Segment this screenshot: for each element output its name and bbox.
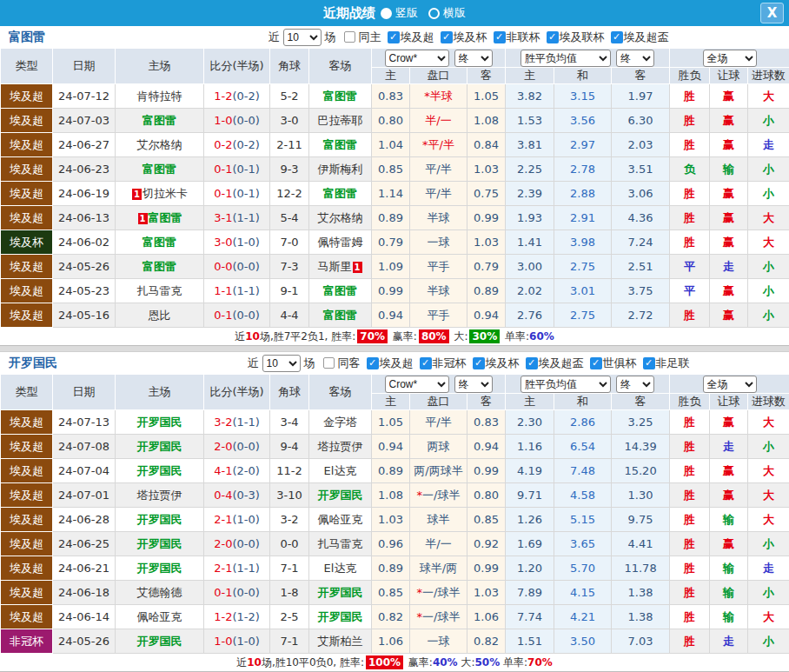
- final-select-2[interactable]: 终: [616, 50, 654, 67]
- section-summary: 近10场,胜7平2负1, 胜率:70% 赢率:80% 大:30% 单率:60%: [0, 328, 789, 345]
- league-checkbox-1[interactable]: ✓: [441, 31, 453, 43]
- sub-header-7: 让球: [710, 394, 748, 410]
- avg-draw-odds-cell: 3.56: [554, 109, 612, 133]
- away-team-cell: 伊斯梅利: [309, 157, 372, 182]
- red-card-badge: 1: [353, 262, 362, 273]
- avg-away-odds-cell: 4.41: [612, 532, 670, 556]
- final-select-1[interactable]: 终: [454, 376, 493, 393]
- avg-home-odds-cell: 2.76: [506, 303, 554, 328]
- goals-result-cell: 大: [748, 459, 789, 483]
- avg-away-odds-cell: 2.03: [612, 133, 670, 157]
- bookmaker-select[interactable]: Crow*: [385, 376, 449, 393]
- away-team-cell: 富图雷: [309, 84, 372, 109]
- home-team-cell: 扎马雷克: [116, 279, 204, 303]
- league-checkbox-0[interactable]: ✓: [367, 357, 379, 369]
- goals-result-cell: 大: [748, 410, 789, 435]
- handicap-cell: *平/半: [410, 133, 467, 157]
- match-date-cell: 24-07-13: [53, 410, 116, 435]
- home-team-name: 艾尔格纳: [137, 138, 182, 151]
- league-checkbox-1[interactable]: ✓: [420, 357, 432, 369]
- avg-home-odds-cell: 4.19: [506, 459, 554, 483]
- league-checkbox-4[interactable]: ✓: [611, 31, 623, 43]
- crow-away-odds-cell: 1.03: [467, 230, 506, 255]
- away-team-name: 巴拉蒂耶: [318, 114, 363, 127]
- home-team-cell: 开罗国民: [116, 532, 204, 556]
- full-time-score: 2-1: [214, 562, 232, 575]
- corner-cell: 9-1: [270, 279, 309, 303]
- match-date-cell: 24-06-13: [53, 206, 116, 230]
- avg-home-odds-cell: 9.71: [506, 483, 554, 508]
- crow-away-odds-cell: 1.03: [467, 581, 506, 605]
- vertical-layout-label[interactable]: 竖版: [395, 5, 418, 21]
- sub-header-2: 客: [467, 394, 506, 410]
- avg-draw-odds-cell: 5.15: [554, 508, 612, 532]
- col-header-2: 主场: [116, 49, 204, 84]
- goals-result-cell: 小: [748, 182, 789, 206]
- summary-segment-1: 10: [245, 330, 260, 343]
- avg-home-odds-cell: 3.00: [506, 255, 554, 279]
- league-checkbox-5[interactable]: ✓: [643, 357, 655, 369]
- away-team-name: 伊斯梅利: [318, 163, 363, 176]
- sub-header-5: 客: [612, 68, 670, 84]
- match-row: 埃及超24-06-21开罗国民2-1(1-1)7-1El达克0.89球半/两0.…: [1, 556, 789, 581]
- section-separator: [0, 345, 789, 352]
- sub-header-0: 主: [372, 394, 410, 410]
- handicap-result-cell: 赢: [710, 182, 748, 206]
- final-select-2[interactable]: 终: [616, 376, 654, 393]
- games-count-select[interactable]: 10: [283, 29, 322, 46]
- goals-result-cell: 小: [748, 629, 789, 654]
- handicap-result-cell: 走: [710, 435, 748, 459]
- final-select-1[interactable]: 终: [454, 50, 493, 67]
- half-time-score: (1-1): [232, 562, 259, 575]
- same-venue-checkbox[interactable]: [323, 357, 335, 369]
- league-checkbox-0[interactable]: ✓: [388, 31, 400, 43]
- vertical-layout-radio[interactable]: [381, 8, 392, 19]
- handicap-text: 一/球半: [422, 586, 460, 599]
- home-team-name: 富图雷: [143, 163, 176, 176]
- crow-away-odds-cell: 0.84: [467, 133, 506, 157]
- avg-home-odds-cell: 1.51: [506, 629, 554, 654]
- bookmaker-select[interactable]: Crow*: [385, 50, 449, 67]
- full-match-select[interactable]: 全场: [703, 376, 757, 393]
- avg-draw-odds-cell: 5.70: [554, 556, 612, 581]
- crow-home-odds-cell: 0.80: [372, 109, 410, 133]
- away-team-name: 艾斯柏兰: [318, 635, 363, 648]
- full-time-score: 4-1: [214, 464, 232, 477]
- full-time-score: 1-0: [214, 114, 232, 127]
- league-checkbox-2[interactable]: ✓: [473, 357, 485, 369]
- home-team-name: 艾德翰德: [137, 586, 182, 599]
- handicap-result-cell: 赢: [710, 483, 748, 508]
- team-name: 富图雷: [9, 30, 156, 45]
- goals-result-cell: 大: [748, 84, 789, 109]
- league-checkbox-3[interactable]: ✓: [547, 31, 559, 43]
- match-date-cell: 24-06-02: [53, 230, 116, 255]
- same-venue-checkbox[interactable]: [344, 31, 355, 43]
- league-checkbox-4[interactable]: ✓: [590, 357, 602, 369]
- league-checkbox-3[interactable]: ✓: [526, 357, 538, 369]
- avg-away-odds-cell: 3.06: [612, 182, 670, 206]
- avg-type-select[interactable]: 胜平负均值: [520, 50, 611, 67]
- score-cell: 2-0(0-0): [204, 435, 270, 459]
- away-team-cell: 富图雷: [309, 182, 372, 206]
- avg-draw-odds-cell: 7.48: [554, 459, 612, 483]
- games-count-select[interactable]: 10: [262, 355, 301, 372]
- handicap-result-cell: 走: [710, 629, 748, 654]
- handicap-cell: 平/半: [410, 410, 467, 435]
- half-time-score: (0-0): [232, 309, 259, 322]
- corner-cell: 0-0: [270, 532, 309, 556]
- avg-away-odds-cell: 3.75: [612, 279, 670, 303]
- close-button[interactable]: X: [760, 3, 784, 23]
- horizontal-layout-label[interactable]: 横版: [443, 5, 466, 21]
- league-label-3: 埃及超盃: [539, 356, 584, 371]
- half-time-score: (0-0): [232, 114, 259, 127]
- home-team-name: 富图雷: [143, 114, 176, 127]
- score-cell: 1-1(1-1): [204, 279, 270, 303]
- home-team-name: 富图雷: [143, 236, 176, 249]
- avg-type-select[interactable]: 胜平负均值: [520, 376, 611, 393]
- away-team-name: 扎马雷克: [318, 537, 363, 550]
- league-checkbox-2[interactable]: ✓: [494, 31, 506, 43]
- full-match-select[interactable]: 全场: [703, 50, 757, 67]
- full-match-group: 全场: [670, 49, 789, 68]
- full-time-score: 1-0: [214, 635, 232, 648]
- horizontal-layout-radio[interactable]: [428, 8, 440, 19]
